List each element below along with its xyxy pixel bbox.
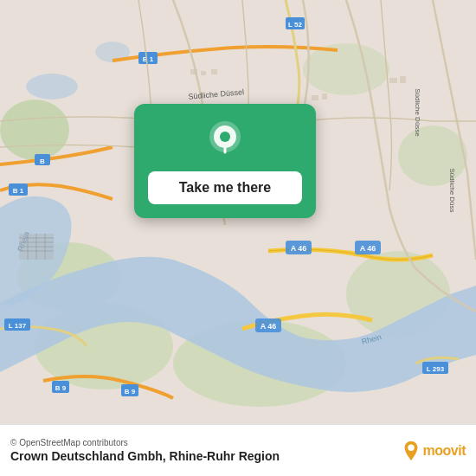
svg-text:B 9: B 9 — [55, 384, 67, 392]
svg-point-54 — [220, 132, 230, 142]
svg-text:A 46: A 46 — [291, 244, 307, 253]
svg-rect-42 — [389, 78, 397, 83]
svg-text:B 1: B 1 — [143, 55, 154, 63]
svg-text:L 52: L 52 — [288, 21, 302, 29]
svg-point-6 — [0, 100, 69, 160]
svg-text:Südliche Düss: Südliche Düss — [448, 168, 456, 212]
svg-text:Südliche Düsse: Südliche Düsse — [414, 88, 421, 137]
svg-rect-39 — [211, 69, 217, 74]
svg-text:A 46: A 46 — [261, 322, 277, 331]
map-pin-icon — [204, 119, 246, 161]
svg-point-55 — [408, 444, 414, 450]
svg-rect-38 — [201, 71, 206, 75]
location-card: Take me there — [134, 104, 316, 218]
moovit-pin-icon — [402, 440, 421, 462]
svg-text:A 46: A 46 — [360, 244, 376, 253]
svg-rect-41 — [322, 93, 327, 100]
svg-text:L 293: L 293 — [427, 365, 445, 373]
take-me-there-button[interactable]: Take me there — [148, 171, 302, 204]
svg-rect-37 — [190, 69, 197, 74]
svg-text:L 137: L 137 — [9, 322, 27, 330]
attribution-text: © OpenStreetMap contributors — [10, 438, 466, 447]
svg-text:B 9: B 9 — [125, 388, 136, 396]
svg-rect-43 — [400, 76, 406, 83]
bottom-bar: © OpenStreetMap contributors Crown Deuts… — [0, 424, 476, 476]
svg-rect-40 — [312, 95, 318, 100]
svg-point-7 — [303, 43, 389, 95]
svg-point-5 — [398, 125, 467, 186]
svg-point-8 — [26, 74, 78, 100]
map-container: A 46 A 46 A 46 B 1 B 1 L 52 L 137 L 293 … — [0, 0, 476, 424]
svg-text:B 1: B 1 — [13, 187, 24, 195]
location-name: Crown Deutschland Gmbh, Rhine-Ruhr Regio… — [10, 449, 466, 463]
svg-text:B: B — [40, 158, 45, 165]
moovit-label: moovit — [423, 443, 466, 459]
moovit-logo: moovit — [402, 440, 466, 462]
